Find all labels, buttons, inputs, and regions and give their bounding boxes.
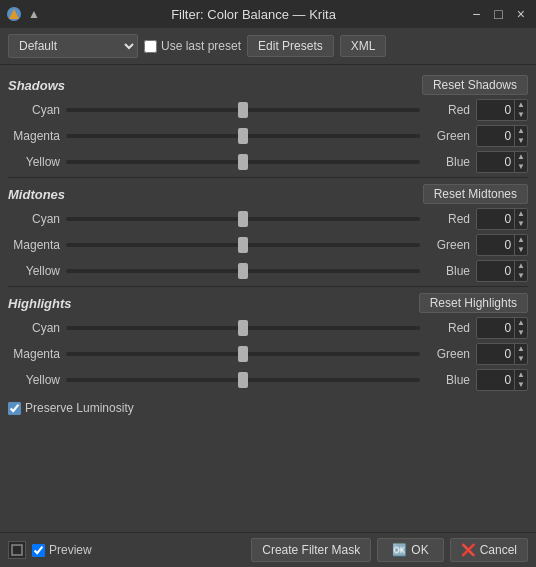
midtones-red-input[interactable] xyxy=(477,211,514,227)
highlights-green-down[interactable]: ▼ xyxy=(515,354,527,364)
shadows-green-down[interactable]: ▼ xyxy=(515,136,527,146)
midtones-yellow-slider[interactable] xyxy=(66,263,420,279)
create-filter-mask-button[interactable]: Create Filter Mask xyxy=(251,538,371,562)
midtones-yellow-label: Yellow xyxy=(8,264,60,278)
midtones-blue-arrows: ▲ ▼ xyxy=(514,261,527,281)
preserve-luminosity-row: Preserve Luminosity xyxy=(8,395,528,419)
highlights-section: Highlights Reset Highlights Cyan Red ▲ ▼… xyxy=(8,293,528,391)
highlights-red-down[interactable]: ▼ xyxy=(515,328,527,338)
highlights-blue-label: Blue xyxy=(426,373,470,387)
highlights-cyan-row: Cyan Red ▲ ▼ xyxy=(8,317,528,339)
shadows-blue-down[interactable]: ▼ xyxy=(515,162,527,172)
krita-logo xyxy=(6,6,22,22)
highlights-green-label: Green xyxy=(426,347,470,361)
preview-checkbox[interactable] xyxy=(32,544,45,557)
preserve-luminosity-checkbox[interactable] xyxy=(8,402,21,415)
highlights-yellow-slider-container xyxy=(66,372,420,388)
midtones-red-up[interactable]: ▲ xyxy=(515,209,527,219)
reset-shadows-button[interactable]: Reset Shadows xyxy=(422,75,528,95)
title-bar-center: Filter: Color Balance — Krita xyxy=(40,7,467,22)
shadows-green-label: Green xyxy=(426,129,470,143)
midtones-green-down[interactable]: ▼ xyxy=(515,245,527,255)
highlights-magenta-row: Magenta Green ▲ ▼ xyxy=(8,343,528,365)
highlights-yellow-row: Yellow Blue ▲ ▼ xyxy=(8,369,528,391)
close-button[interactable]: × xyxy=(512,4,530,24)
shadows-cyan-slider[interactable] xyxy=(66,102,420,118)
highlights-red-input[interactable] xyxy=(477,320,514,336)
shadows-red-input[interactable] xyxy=(477,102,514,118)
midtones-blue-spinbox: ▲ ▼ xyxy=(476,260,528,282)
midtones-green-spinbox: ▲ ▼ xyxy=(476,234,528,256)
shadows-cyan-slider-container xyxy=(66,102,420,118)
highlights-green-input[interactable] xyxy=(477,346,514,362)
minimize-button[interactable]: − xyxy=(467,4,485,24)
maximize-button[interactable]: □ xyxy=(489,4,507,24)
preview-check-label[interactable]: Preview xyxy=(32,543,92,557)
highlights-yellow-slider[interactable] xyxy=(66,372,420,388)
shadows-yellow-row: Yellow Blue ▲ ▼ xyxy=(8,151,528,173)
midtones-green-input[interactable] xyxy=(477,237,514,253)
shadows-magenta-slider[interactable] xyxy=(66,128,420,144)
shadows-magenta-row: Magenta Green ▲ ▼ xyxy=(8,125,528,147)
midtones-red-arrows: ▲ ▼ xyxy=(514,209,527,229)
preserve-luminosity-text: Preserve Luminosity xyxy=(25,401,134,415)
shadows-red-up[interactable]: ▲ xyxy=(515,100,527,110)
highlights-title: Highlights xyxy=(8,296,72,311)
highlights-blue-down[interactable]: ▼ xyxy=(515,380,527,390)
midtones-cyan-slider[interactable] xyxy=(66,211,420,227)
shadows-red-down[interactable]: ▼ xyxy=(515,110,527,120)
use-last-preset-label[interactable]: Use last preset xyxy=(144,39,241,53)
highlights-red-up[interactable]: ▲ xyxy=(515,318,527,328)
highlights-cyan-slider[interactable] xyxy=(66,320,420,336)
ok-button[interactable]: 🆗 OK xyxy=(377,538,443,562)
highlights-magenta-slider-container xyxy=(66,346,420,362)
midtones-yellow-row: Yellow Blue ▲ ▼ xyxy=(8,260,528,282)
shadows-blue-arrows: ▲ ▼ xyxy=(514,152,527,172)
shadows-red-label: Red xyxy=(426,103,470,117)
highlights-red-arrows: ▲ ▼ xyxy=(514,318,527,338)
highlights-green-up[interactable]: ▲ xyxy=(515,344,527,354)
shadows-green-up[interactable]: ▲ xyxy=(515,126,527,136)
highlights-magenta-slider[interactable] xyxy=(66,346,420,362)
collapse-icon[interactable]: ▲ xyxy=(28,7,40,21)
shadows-yellow-slider-container xyxy=(66,154,420,170)
midtones-header: Midtones Reset Midtones xyxy=(8,184,528,204)
shadows-red-spinbox: ▲ ▼ xyxy=(476,99,528,121)
highlights-cyan-slider-container xyxy=(66,320,420,336)
shadows-blue-up[interactable]: ▲ xyxy=(515,152,527,162)
preset-dropdown[interactable]: Default xyxy=(8,34,138,58)
midtones-cyan-label: Cyan xyxy=(8,212,60,226)
midtones-blue-up[interactable]: ▲ xyxy=(515,261,527,271)
shadows-blue-input[interactable] xyxy=(477,154,514,170)
highlights-blue-spinbox: ▲ ▼ xyxy=(476,369,528,391)
midtones-blue-down[interactable]: ▼ xyxy=(515,271,527,281)
cancel-icon: ❌ xyxy=(461,543,476,557)
xml-button[interactable]: XML xyxy=(340,35,387,57)
highlights-green-spinbox: ▲ ▼ xyxy=(476,343,528,365)
shadows-green-arrows: ▲ ▼ xyxy=(514,126,527,146)
highlights-blue-input[interactable] xyxy=(477,372,514,388)
toolbar: Default Use last preset Edit Presets XML xyxy=(0,28,536,65)
midtones-blue-input[interactable] xyxy=(477,263,514,279)
midtones-cyan-slider-container xyxy=(66,211,420,227)
reset-highlights-button[interactable]: Reset Highlights xyxy=(419,293,528,313)
preview-box[interactable] xyxy=(8,541,26,559)
midtones-red-down[interactable]: ▼ xyxy=(515,219,527,229)
use-last-preset-checkbox[interactable] xyxy=(144,40,157,53)
preview-box-icon xyxy=(11,544,23,556)
highlights-red-spinbox: ▲ ▼ xyxy=(476,317,528,339)
shadows-yellow-slider[interactable] xyxy=(66,154,420,170)
edit-presets-button[interactable]: Edit Presets xyxy=(247,35,334,57)
midtones-magenta-slider[interactable] xyxy=(66,237,420,253)
highlights-red-label: Red xyxy=(426,321,470,335)
highlights-blue-up[interactable]: ▲ xyxy=(515,370,527,380)
highlights-cyan-label: Cyan xyxy=(8,321,60,335)
preview-text: Preview xyxy=(49,543,92,557)
cancel-button[interactable]: ❌ Cancel xyxy=(450,538,528,562)
reset-midtones-button[interactable]: Reset Midtones xyxy=(423,184,528,204)
window-title: Filter: Color Balance — Krita xyxy=(171,7,336,22)
midtones-green-up[interactable]: ▲ xyxy=(515,235,527,245)
shadows-green-input[interactable] xyxy=(477,128,514,144)
preserve-luminosity-label[interactable]: Preserve Luminosity xyxy=(8,401,134,415)
bottom-left: Preview xyxy=(8,541,92,559)
